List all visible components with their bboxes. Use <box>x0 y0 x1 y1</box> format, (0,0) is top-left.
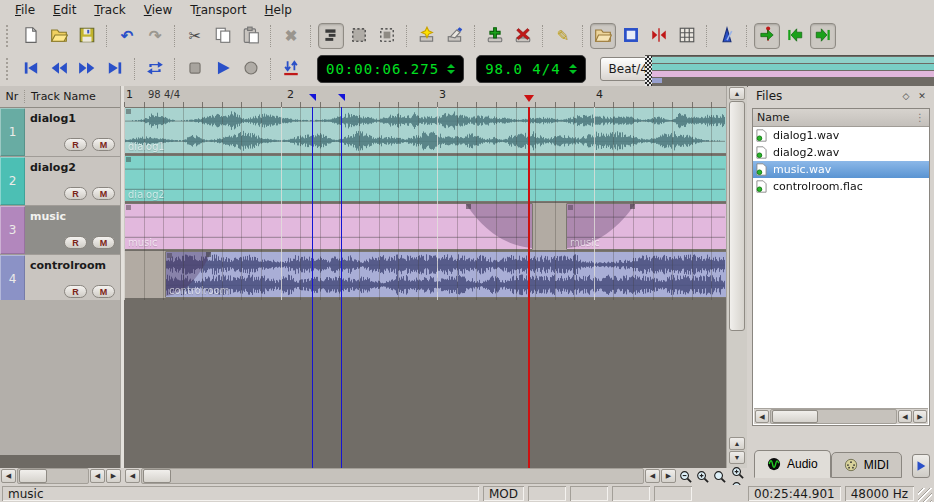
canvas-scroll-right-button[interactable]: ▶ <box>661 469 676 483</box>
vertical-scrollbar[interactable]: ▲ ▲ ▼ <box>726 86 747 468</box>
track-lane-3[interactable]: musicmusic <box>124 203 726 250</box>
float-panel-button[interactable]: ◇ <box>898 89 914 103</box>
canvas-hscrollbar[interactable]: ◀ ◀ ▶ <box>124 468 728 484</box>
files-scroll-thumb[interactable] <box>772 410 818 423</box>
file-item[interactable]: dialog2.wav <box>753 144 929 161</box>
scroll-up-button[interactable]: ▲ <box>729 87 745 100</box>
files-scroll-left-button-2[interactable]: ◀ <box>898 410 912 423</box>
audio-clip-music[interactable]: music <box>124 203 533 250</box>
timeline-ruler[interactable]: 123498 4/4 <box>124 86 726 108</box>
arrangement-canvas[interactable]: dialog1dialog2musicmusiccontrolroom <box>124 107 726 468</box>
tempo-spinner-icon[interactable] <box>569 64 577 74</box>
canvas-scroll-thumb[interactable] <box>143 469 171 483</box>
list-menu-icon[interactable]: ⋮ <box>915 112 925 123</box>
file-item[interactable]: music.wav <box>753 161 929 178</box>
toolbar-grip[interactable] <box>6 58 13 80</box>
play-button[interactable] <box>210 56 236 82</box>
track-lane-2[interactable]: dialog2 <box>124 155 726 202</box>
track-lane-4[interactable]: controlroom <box>124 251 726 298</box>
zoom-in-vertical-button[interactable] <box>729 465 745 479</box>
menu-view[interactable]: View <box>135 1 181 19</box>
files-scroll-right-button[interactable]: ▶ <box>913 410 927 423</box>
tempo-display[interactable]: 98.0 4/4 <box>476 55 585 83</box>
seek-backward-button[interactable] <box>46 56 72 82</box>
playhead-marker[interactable] <box>524 95 534 102</box>
loop-button[interactable] <box>142 56 168 82</box>
track-lane-1[interactable]: dialog1 <box>124 107 726 154</box>
panel-scroll-left-button[interactable]: ◀ <box>1 469 16 483</box>
undo-button[interactable]: ↶ <box>114 23 140 49</box>
tab-audio[interactable]: Audio <box>754 450 831 478</box>
track-row-dialog1[interactable]: 1dialog1RM <box>0 108 120 157</box>
menu-file[interactable]: File <box>6 1 44 19</box>
copy-button[interactable] <box>210 23 236 49</box>
seek-forward-button[interactable] <box>74 56 100 82</box>
mute-button[interactable]: M <box>92 236 115 249</box>
show-grid-button[interactable] <box>674 23 700 49</box>
audio-clip-music[interactable]: music <box>566 203 726 250</box>
record-button[interactable] <box>238 56 264 82</box>
session-overview[interactable] <box>645 55 934 87</box>
selection-rect-button[interactable] <box>618 23 644 49</box>
edit-marker-flag[interactable] <box>338 94 345 101</box>
paste-button[interactable] <box>238 23 264 49</box>
redo-button[interactable]: ↷ <box>142 23 168 49</box>
show-files-button[interactable] <box>590 23 616 49</box>
stop-button[interactable] <box>182 56 208 82</box>
playhead-follow-button[interactable] <box>754 23 780 49</box>
files-list-header[interactable]: Name ⋮ <box>753 109 929 127</box>
preview-play-button[interactable] <box>912 454 930 478</box>
canvas-scroll-left-button-2[interactable]: ◀ <box>645 469 660 483</box>
cut-button[interactable]: ✂ <box>182 23 208 49</box>
playhead-to-start-button[interactable] <box>782 23 808 49</box>
menu-edit[interactable]: Edit <box>44 1 85 19</box>
scroll-down-button[interactable]: ▼ <box>729 451 745 464</box>
menu-transport[interactable]: Transport <box>181 1 255 19</box>
time-display[interactable]: 00:00:06.275 <box>317 55 464 83</box>
panel-scroll-thumb[interactable] <box>19 469 47 483</box>
mute-button[interactable]: M <box>92 285 115 298</box>
menu-track[interactable]: Track <box>85 1 134 19</box>
playhead-to-end-button[interactable] <box>810 23 836 49</box>
workspace-layout-button[interactable] <box>318 23 344 49</box>
save-file-button[interactable] <box>74 23 100 49</box>
toolbar-grip[interactable] <box>6 25 13 47</box>
overview-handle[interactable] <box>645 56 652 87</box>
render-sheet-button[interactable] <box>442 23 468 49</box>
edit-marker-flag[interactable] <box>309 94 316 101</box>
skip-to-start-button[interactable] <box>18 56 44 82</box>
record-arm-button[interactable]: R <box>64 236 87 249</box>
record-arm-button[interactable]: R <box>64 187 87 200</box>
menu-help[interactable]: Help <box>256 1 301 19</box>
open-file-button[interactable] <box>46 23 72 49</box>
record-arm-button[interactable]: R <box>64 285 87 298</box>
scroll-up-button-2[interactable]: ▲ <box>729 437 745 450</box>
audio-clip-dialog1[interactable]: dialog1 <box>124 107 726 154</box>
mute-button[interactable]: M <box>92 138 115 151</box>
tab-midi[interactable]: MIDI <box>831 452 902 478</box>
metronome-button[interactable] <box>714 23 740 49</box>
snap-cursor-button[interactable] <box>278 56 304 82</box>
new-sheet-button[interactable] <box>414 23 440 49</box>
track-row-controlroom[interactable]: 4controlroomRM <box>0 255 120 304</box>
record-arm-button[interactable]: R <box>64 138 87 151</box>
add-track-button[interactable] <box>482 23 508 49</box>
zoom-out-button[interactable] <box>677 469 693 483</box>
select-none-button[interactable] <box>374 23 400 49</box>
zoom-in-button[interactable] <box>694 469 710 483</box>
panel-scroll-left-button-2[interactable]: ◀ <box>90 469 105 483</box>
select-region-button[interactable] <box>346 23 372 49</box>
file-item[interactable]: controlroom.flac <box>753 178 929 195</box>
close-panel-button[interactable]: ✕ <box>914 89 930 103</box>
canvas-scroll-left-button[interactable]: ◀ <box>125 469 140 483</box>
time-spinner-icon[interactable] <box>447 64 455 74</box>
file-item[interactable]: dialog1.wav <box>753 127 929 144</box>
track-row-dialog2[interactable]: 2dialog2RM <box>0 157 120 206</box>
track-panel-hscrollbar[interactable]: ◀ ◀ ▶ <box>0 468 122 484</box>
track-row-music[interactable]: 3musicRM <box>0 206 120 255</box>
files-hscrollbar[interactable]: ◀ ◀ ▶ <box>754 408 928 424</box>
split-clip-button[interactable] <box>646 23 672 49</box>
resize-grip[interactable] <box>918 488 932 502</box>
mute-button[interactable]: M <box>92 187 115 200</box>
zoom-button[interactable] <box>711 469 727 483</box>
